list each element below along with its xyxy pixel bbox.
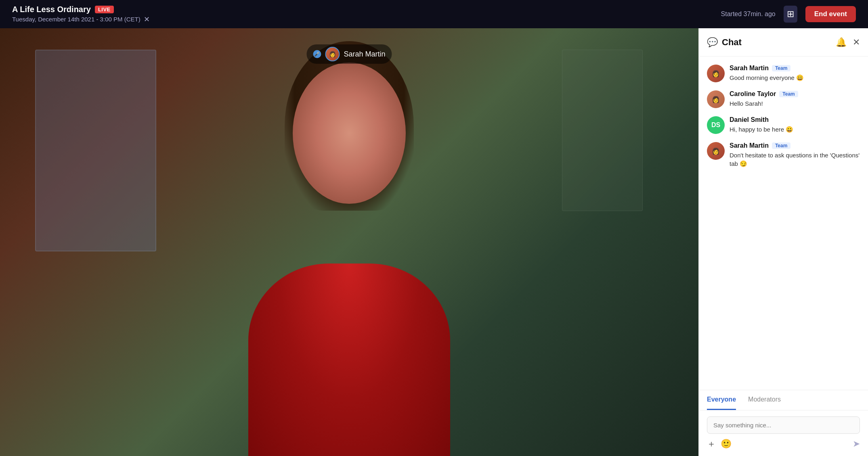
message-text-3: Hi, happy to be here 😀 <box>730 125 860 134</box>
video-area: 🎤 👩 Sarah Martin ❓ Help 🎙 Microph... <box>0 28 698 456</box>
chat-bubble-icon: 💬 <box>707 37 718 48</box>
message-item: 👩 Caroline Taylor Team Hello Sarah! <box>707 90 860 108</box>
message-body-4: Sarah Martin Team Don't hesitate to ask … <box>730 142 860 168</box>
message-sender-4: Sarah Martin <box>730 142 769 149</box>
message-sender-2: Caroline Taylor <box>730 90 776 98</box>
message-sender-3: Daniel Smith <box>730 116 769 123</box>
event-title: A Life Less Ordinary <box>12 5 91 14</box>
message-sender-1: Sarah Martin <box>730 65 769 72</box>
shuffle-icon[interactable]: ✕ <box>144 15 150 24</box>
team-badge-4: Team <box>772 142 790 149</box>
top-bar-left: A Life Less Ordinary LIVE Tuesday, Decem… <box>12 5 150 24</box>
message-avatar-caroline: 👩 <box>707 90 725 108</box>
add-attachment-button[interactable]: ＋ <box>707 438 716 450</box>
person-face <box>293 63 406 204</box>
chat-panel: 💬 Chat 🔔 ✕ 👩 Sarah Martin Team Good <box>698 28 868 456</box>
message-avatar-daniel: DS <box>707 116 725 134</box>
top-bar-right: Started 37min. ago ⊞ End event <box>721 6 856 23</box>
mic-indicator: 🎤 <box>313 50 321 58</box>
tab-moderators[interactable]: Moderators <box>748 390 781 410</box>
chat-title-row: 💬 Chat <box>707 37 742 48</box>
speaker-label: 🎤 👩 Sarah Martin <box>306 44 392 64</box>
top-bar: A Life Less Ordinary LIVE Tuesday, Decem… <box>0 0 868 28</box>
main-content: 🎤 👩 Sarah Martin ❓ Help 🎙 Microph... <box>0 28 868 456</box>
message-header-1: Sarah Martin Team <box>730 65 860 72</box>
tab-everyone[interactable]: Everyone <box>707 390 736 410</box>
chat-header: 💬 Chat 🔔 ✕ <box>699 28 868 56</box>
end-event-button[interactable]: End event <box>805 6 856 22</box>
event-date: Tuesday, December 14th 2021 - 3:00 PM (C… <box>12 15 150 24</box>
notification-bell-icon[interactable]: 🔔 <box>836 37 847 48</box>
chat-tabs: Everyone Moderators <box>699 390 868 410</box>
chat-panel-title: Chat <box>722 37 742 48</box>
chat-messages: 👩 Sarah Martin Team Good morning everyon… <box>699 56 868 390</box>
chat-input[interactable] <box>707 416 860 434</box>
bg-window-right <box>562 50 643 211</box>
team-badge-1: Team <box>772 65 790 71</box>
send-message-button[interactable]: ➤ <box>853 439 860 449</box>
message-item: 👩 Sarah Martin Team Don't hesitate to as… <box>707 142 860 168</box>
emoji-button[interactable]: 🙂 <box>721 439 732 449</box>
message-header-3: Daniel Smith <box>730 116 860 123</box>
message-body-1: Sarah Martin Team Good morning everyone … <box>730 65 860 82</box>
message-text-4: Don't hesitate to ask questions in the '… <box>730 151 860 168</box>
video-background: 🎤 👩 Sarah Martin <box>0 28 698 456</box>
message-header-4: Sarah Martin Team <box>730 142 860 149</box>
team-badge-2: Team <box>779 91 798 97</box>
message-avatar-sarah-2: 👩 <box>707 142 725 160</box>
bg-window-left <box>35 50 156 251</box>
speaker-avatar: 👩 <box>325 47 340 61</box>
message-body-2: Caroline Taylor Team Hello Sarah! <box>730 90 860 108</box>
message-body-3: Daniel Smith Hi, happy to be here 😀 <box>730 116 860 134</box>
message-text-2: Hello Sarah! <box>730 99 860 108</box>
speaker-name: Sarah Martin <box>344 50 385 59</box>
person-clothing <box>248 264 450 456</box>
live-badge: LIVE <box>95 6 114 13</box>
message-avatar-sarah-1: 👩 <box>707 65 725 82</box>
grid-icon[interactable]: ⊞ <box>784 6 797 23</box>
chat-action-left: ＋ 🙂 <box>707 438 732 450</box>
chat-header-icons: 🔔 ✕ <box>836 37 860 48</box>
started-time: Started 37min. ago <box>721 10 776 18</box>
message-item: 👩 Sarah Martin Team Good morning everyon… <box>707 65 860 82</box>
message-item: DS Daniel Smith Hi, happy to be here 😀 <box>707 116 860 134</box>
chat-input-area: ＋ 🙂 ➤ <box>699 410 868 456</box>
event-title-row: A Life Less Ordinary LIVE <box>12 5 150 14</box>
message-text-1: Good morning everyone 😀 <box>730 73 860 82</box>
message-header-2: Caroline Taylor Team <box>730 90 860 98</box>
close-chat-icon[interactable]: ✕ <box>853 37 860 48</box>
chat-input-actions: ＋ 🙂 ➤ <box>707 438 860 450</box>
